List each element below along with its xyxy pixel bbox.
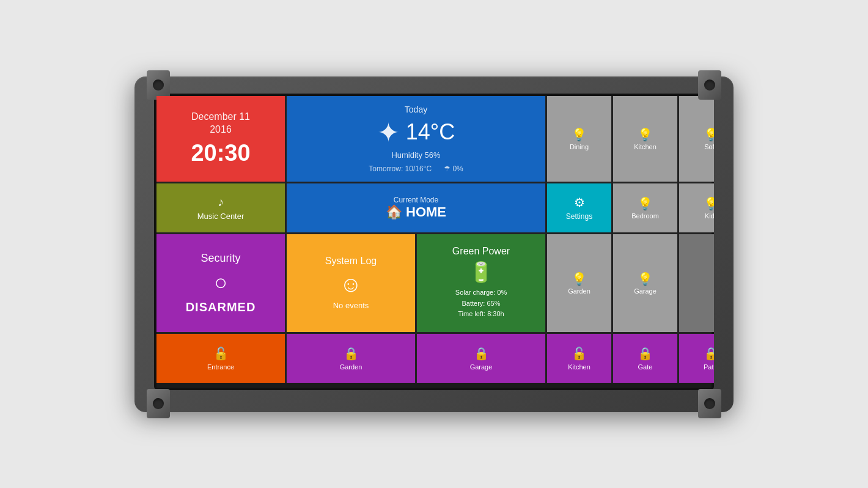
light-bedroom[interactable]: 💡 Bedroom (613, 183, 677, 232)
security-status: DISARMED (186, 300, 256, 314)
weather-main: ✦ 14°C (377, 117, 455, 148)
mode-dinner-tile[interactable]: Current Mode 🍴 DINNER (679, 234, 714, 332)
date-display: December 11 2016 (191, 111, 250, 136)
datetime-tile[interactable]: December 11 2016 20:30 (156, 96, 285, 182)
bulb-icon: 💡 (572, 127, 587, 142)
garden-label: Garden (568, 287, 590, 295)
kids-label: Kids (705, 212, 714, 220)
settings-label: Settings (566, 212, 592, 221)
mount-bracket-tr (698, 70, 721, 100)
kitchen-label: Kitchen (634, 143, 657, 150)
bulb-icon: 💡 (704, 196, 714, 211)
mode-home-title: Current Mode (394, 196, 438, 204)
light-garden[interactable]: 💡 Garden (547, 234, 611, 332)
weather-title: Today (405, 105, 427, 114)
power-info: Solar charge: 0% Battery: 65% Time left:… (455, 287, 507, 320)
lock-icon: 🔒 (638, 346, 653, 361)
dining-label: Dining (570, 143, 589, 150)
light-garage[interactable]: 💡 Garage (613, 234, 677, 332)
lock-icon: 🔒 (344, 346, 359, 361)
temperature: 14°C (406, 119, 455, 145)
home-icon: 🏠 (386, 204, 402, 220)
lock-gate-tile[interactable]: 🔒 Gate (613, 334, 677, 383)
mode-home-tile[interactable]: Current Mode 🏠 HOME (287, 183, 545, 232)
bottom-bar (156, 383, 712, 388)
lock-patio-tile[interactable]: 🔒 Patio (679, 334, 714, 383)
lock-entrance-tile[interactable]: 🔓 Entrance (156, 334, 285, 383)
light-kitchen[interactable]: 💡 Kitchen (613, 96, 677, 182)
syslog-tile[interactable]: System Log ☺ No events (287, 234, 415, 332)
dinner-icon: 🍴 (713, 281, 714, 296)
screen: December 11 2016 20:30 Today ✦ 14°C Humi… (154, 94, 714, 390)
lock-open-icon: 🔓 (572, 346, 587, 361)
light-kids[interactable]: 💡 Kids (679, 183, 714, 232)
music-icon: ♪ (218, 195, 224, 209)
lock-garage-tile[interactable]: 🔒 Garage (417, 334, 545, 383)
mount-bracket-br (698, 389, 721, 418)
lock-garden-tile[interactable]: 🔒 Garden (287, 334, 415, 383)
bulb-icon: 💡 (638, 127, 653, 142)
rain-chance: ☂ 0% (444, 165, 463, 173)
bedroom-label: Bedroom (631, 212, 659, 220)
tomorrow-temp: Tomorrow: 10/16°C (369, 165, 432, 173)
garden-lock-label: Garden (340, 363, 362, 371)
bulb-icon: 💡 (704, 127, 714, 142)
device-frame: December 11 2016 20:30 Today ✦ 14°C Humi… (134, 76, 734, 412)
lock-open-icon: 🔓 (213, 346, 229, 361)
lock-kitchen-tile[interactable]: 🔓 Kitchen (547, 334, 611, 383)
music-label: Music Center (197, 212, 245, 221)
garage-label: Garage (634, 287, 657, 295)
garage-lock-label: Garage (470, 363, 493, 371)
sofa-label: Sofa (704, 143, 714, 150)
tomorrow-row: Tomorrow: 10/16°C ☂ 0% (369, 165, 463, 173)
security-title: Security (200, 252, 240, 265)
time-display: 20:30 (191, 140, 250, 166)
security-tile[interactable]: Security ○ DISARMED (156, 234, 285, 332)
entrance-lock-label: Entrance (207, 363, 234, 371)
humidity: Humidity 56% (391, 150, 440, 160)
bulb-icon: 💡 (572, 272, 587, 286)
gate-lock-label: Gate (638, 363, 653, 371)
bulb-icon: 💡 (638, 196, 653, 211)
mode-dinner-value: 🍴 DINNER (713, 281, 714, 296)
settings-tile[interactable]: ⚙ Settings (547, 183, 611, 232)
power-title: Green Power (452, 246, 510, 257)
syslog-text: No events (333, 301, 369, 310)
syslog-title: System Log (325, 256, 377, 267)
settings-icon: ⚙ (574, 195, 585, 210)
security-icon: ○ (214, 270, 227, 295)
lock-icon: 🔒 (474, 346, 489, 361)
main-grid: December 11 2016 20:30 Today ✦ 14°C Humi… (156, 96, 712, 383)
music-tile[interactable]: ♪ Music Center (156, 183, 285, 232)
syslog-icon: ☺ (340, 272, 362, 297)
patio-lock-label: Patio (704, 363, 714, 371)
mode-home-value: 🏠 HOME (386, 204, 446, 220)
weather-tile[interactable]: Today ✦ 14°C Humidity 56% Tomorrow: 10/1… (287, 96, 545, 182)
mount-bracket-tl (147, 70, 170, 100)
power-tile[interactable]: Green Power 🔋 Solar charge: 0% Battery: … (417, 234, 545, 332)
battery-icon: 🔋 (469, 261, 493, 284)
mount-bracket-bl (147, 389, 170, 418)
lock-icon: 🔒 (704, 346, 714, 361)
light-dining[interactable]: 💡 Dining (547, 96, 611, 182)
sun-icon: ✦ (377, 117, 400, 148)
bulb-icon: 💡 (638, 272, 653, 286)
kitchen-lock-label: Kitchen (568, 363, 590, 371)
light-sofa[interactable]: 💡 Sofa (679, 96, 714, 182)
